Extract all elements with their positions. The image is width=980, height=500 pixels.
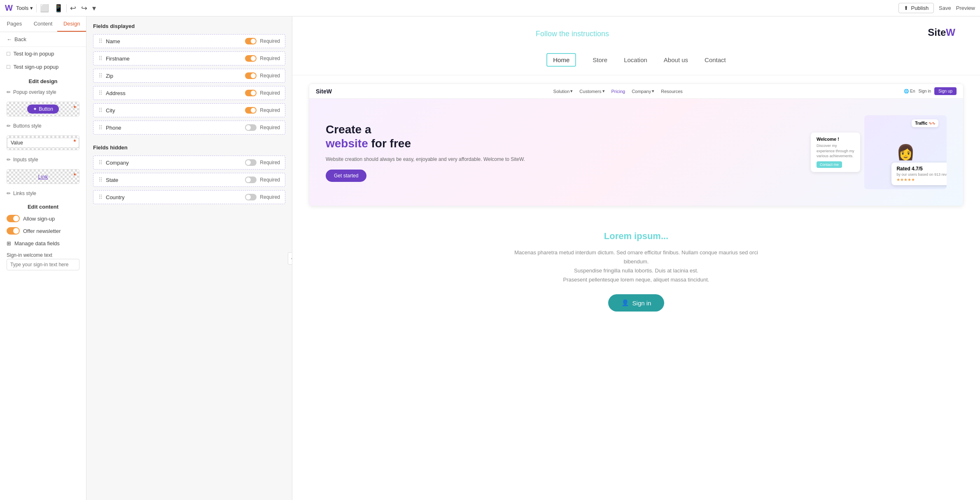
field-state-toggle[interactable] bbox=[245, 177, 257, 183]
field-zip-required: Required bbox=[260, 73, 280, 79]
hero-cta-button[interactable]: Get started bbox=[326, 170, 366, 182]
field-city-toggle[interactable] bbox=[245, 107, 257, 114]
drag-handle-icon[interactable]: ⠿ bbox=[98, 38, 103, 44]
field-zip-toggle[interactable] bbox=[245, 72, 257, 79]
topbar: W Tools ▾ ⬜ 📱 ↩ ↪ ▾ ⬆ Publish Save Previ… bbox=[0, 0, 980, 16]
left-panel: Pages Content Design ← Back □ Test log-i… bbox=[0, 16, 86, 500]
hero-text: Create a website for free Website creati… bbox=[326, 123, 636, 181]
field-state-label: State bbox=[106, 177, 118, 183]
preview-nav-solution[interactable]: Solution ▾ bbox=[553, 88, 573, 94]
back-button[interactable]: ← Back bbox=[0, 32, 86, 47]
pencil4-icon: ✏ bbox=[7, 191, 11, 196]
collapse-panel-button[interactable]: ‹ bbox=[288, 252, 292, 265]
nav-home[interactable]: Home bbox=[546, 53, 576, 67]
field-phone-toggle[interactable] bbox=[245, 124, 257, 131]
tab-design[interactable]: Design bbox=[57, 16, 86, 32]
field-firstname-toggle[interactable] bbox=[245, 55, 257, 62]
drag-handle-icon[interactable]: ⠿ bbox=[98, 72, 103, 79]
lorem-text: Macenas pharetra metud interdum dictum. … bbox=[513, 248, 760, 284]
field-name-toggle[interactable] bbox=[245, 38, 257, 44]
welcome-card-text: Discover my experience through my variou… bbox=[817, 143, 854, 159]
tab-pages[interactable]: Pages bbox=[0, 16, 29, 32]
pencil3-icon: ✏ bbox=[7, 157, 11, 163]
field-row-phone: ⠿ Phone Required bbox=[93, 121, 285, 135]
nav-about-us[interactable]: About us bbox=[664, 53, 688, 67]
popup-overlay-item[interactable]: ✏ Popup overlay style bbox=[0, 87, 86, 98]
desktop-icon[interactable]: ⬜ bbox=[40, 4, 49, 13]
rating-value: Rated 4.7/5 bbox=[896, 166, 947, 172]
field-address-toggle[interactable] bbox=[245, 90, 257, 96]
preview-lang[interactable]: 🌐 En bbox=[904, 89, 915, 93]
more-icon[interactable]: ▾ bbox=[92, 4, 96, 13]
welcome-card-button[interactable]: Contact me bbox=[817, 161, 842, 168]
hero-title: Create a website for free bbox=[326, 123, 636, 150]
favorite-star3-icon: ★ bbox=[73, 172, 77, 177]
drag-handle-icon[interactable]: ⠿ bbox=[98, 107, 103, 114]
field-country-toggle[interactable] bbox=[245, 194, 257, 200]
allow-signup-label: Allow sign-up bbox=[23, 216, 55, 222]
tools-chevron-icon: ▾ bbox=[30, 5, 33, 11]
signin-button[interactable]: 👤 Sign in bbox=[608, 294, 665, 312]
save-button[interactable]: Save bbox=[939, 5, 951, 11]
divider bbox=[36, 4, 37, 12]
undo-icon[interactable]: ↩ bbox=[70, 4, 76, 13]
preview-signup-button[interactable]: Sign up bbox=[934, 87, 957, 95]
canvas-top-bar: Follow the instructions SiteW bbox=[292, 16, 980, 45]
offer-newsletter-toggle[interactable] bbox=[7, 227, 20, 235]
canvas-inner: Follow the instructions SiteW Home Store… bbox=[292, 16, 980, 500]
nav-location[interactable]: Location bbox=[624, 53, 647, 67]
link-swatch: Link ★ bbox=[7, 169, 79, 184]
field-company-required: Required bbox=[260, 160, 280, 165]
drag-handle-icon[interactable]: ⠿ bbox=[98, 177, 103, 183]
publish-label: Publish bbox=[911, 5, 929, 11]
site-logo: W bbox=[5, 3, 13, 13]
preview-nav-pricing[interactable]: Pricing bbox=[611, 89, 625, 94]
link-preview[interactable]: Link bbox=[38, 174, 48, 180]
buttons-style-item[interactable]: ✏ Buttons style bbox=[0, 121, 86, 131]
field-firstname-required: Required bbox=[260, 56, 280, 61]
tab-content[interactable]: Content bbox=[29, 16, 58, 32]
fields-hidden-section: Fields hidden ⠿ Company Required ⠿ State bbox=[86, 144, 292, 214]
nav-store[interactable]: Store bbox=[593, 53, 607, 67]
rating-sub: by our users based on 913 reviews bbox=[896, 172, 947, 177]
login-icon: □ bbox=[7, 50, 10, 57]
signin-welcome-label: Sign-in welcome text bbox=[0, 250, 86, 259]
drag-handle-icon[interactable]: ⠿ bbox=[98, 55, 103, 62]
drag-handle-icon[interactable]: ⠿ bbox=[98, 159, 103, 166]
swatch-button[interactable]: ✦ Button bbox=[27, 105, 59, 114]
redo-icon[interactable]: ↪ bbox=[81, 4, 87, 13]
field-company-toggle[interactable] bbox=[245, 159, 257, 166]
inputs-style-item[interactable]: ✏ Inputs style bbox=[0, 154, 86, 165]
publish-icon: ⬆ bbox=[904, 5, 908, 11]
field-phone-required: Required bbox=[260, 125, 280, 130]
sidebar-item-test-login[interactable]: □ Test log-in popup bbox=[0, 47, 86, 60]
welcome-card-title: Welcome ! bbox=[817, 137, 854, 142]
manage-data-fields-button[interactable]: ⊞ Manage data fields bbox=[0, 237, 86, 250]
value-input[interactable] bbox=[7, 138, 79, 148]
preview-nav-customers[interactable]: Customers ▾ bbox=[579, 88, 604, 94]
left-tabs: Pages Content Design bbox=[0, 16, 86, 32]
signin-welcome-input[interactable] bbox=[7, 259, 79, 270]
favorite-star-icon: ★ bbox=[73, 105, 77, 109]
field-name-label: Name bbox=[106, 38, 120, 44]
canvas-logo: SiteW bbox=[928, 27, 955, 38]
button-swatch[interactable]: ✦ Button ★ bbox=[7, 102, 79, 116]
field-row-company: ⠿ Company Required bbox=[93, 156, 285, 170]
links-style-item[interactable]: ✏ Links style bbox=[0, 188, 86, 199]
publish-button[interactable]: ⬆ Publish bbox=[898, 3, 934, 13]
preview-button[interactable]: Preview bbox=[956, 5, 975, 11]
preview-nav-resources[interactable]: Resources bbox=[661, 89, 683, 94]
drag-handle-icon[interactable]: ⠿ bbox=[98, 194, 103, 200]
nav-contact[interactable]: Contact bbox=[705, 53, 726, 67]
mobile-icon[interactable]: 📱 bbox=[54, 4, 63, 13]
button-swatch-item: ✦ Button ★ bbox=[0, 98, 86, 121]
allow-signup-toggle[interactable] bbox=[7, 215, 20, 222]
tools-menu[interactable]: Tools ▾ bbox=[16, 5, 33, 11]
drag-handle-icon[interactable]: ⠿ bbox=[98, 90, 103, 96]
sidebar-item-test-signup[interactable]: □ Test sign-up popup bbox=[0, 60, 86, 73]
preview-nav-company[interactable]: Company ▾ bbox=[632, 88, 654, 94]
back-arrow-icon: ← bbox=[7, 36, 12, 42]
drag-handle-icon[interactable]: ⠿ bbox=[98, 124, 103, 131]
rating-stars: ★★★★★ bbox=[896, 177, 947, 182]
preview-signin[interactable]: Sign in bbox=[918, 89, 931, 93]
